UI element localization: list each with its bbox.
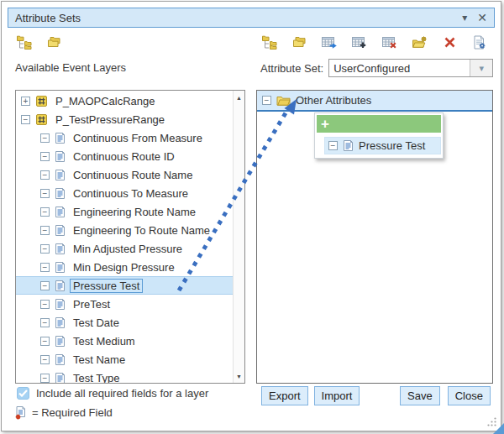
- available-layers-tree-panel[interactable]: +P_MAOPCalcRange−P_TestPressureRange−Con…: [15, 90, 245, 384]
- tree-item[interactable]: −Continuous Route ID: [16, 147, 234, 165]
- collapse-icon[interactable]: −: [40, 337, 50, 346]
- save-close-group: Save Close: [400, 386, 491, 405]
- field-icon: [55, 132, 66, 144]
- export-button[interactable]: Export: [261, 386, 308, 405]
- tree-item[interactable]: −Min Adjusted Pressure: [16, 239, 234, 258]
- include-required-checkbox[interactable]: [17, 387, 29, 400]
- field-icon: [55, 372, 66, 384]
- collapse-icon[interactable]: −: [40, 318, 50, 327]
- toolbar-button-folders[interactable]: [289, 32, 311, 52]
- collapse-icon[interactable]: −: [40, 263, 50, 272]
- field-icon: [55, 298, 66, 311]
- tree-item-label: Min Adjusted Pressure: [71, 243, 185, 255]
- collapse-icon[interactable]: −: [40, 281, 50, 290]
- tree-item[interactable]: −Test Type: [16, 369, 234, 384]
- field-icon: [55, 187, 66, 200]
- collapse-icon[interactable]: −: [40, 226, 50, 235]
- tree-item[interactable]: −Test Name: [16, 350, 234, 369]
- field-icon: [55, 169, 66, 181]
- tree-item[interactable]: −Engineering Route Name: [16, 202, 234, 221]
- available-layers-heading: Available Event Layers: [15, 61, 126, 74]
- toolbar-button-table-add[interactable]: [349, 32, 370, 52]
- field-icon: [55, 353, 66, 366]
- tree-item[interactable]: −Continuous From Measure: [16, 128, 234, 147]
- attribute-set-label: Attribute Set:: [260, 62, 323, 75]
- expand-icon[interactable]: +: [21, 97, 30, 106]
- tree-item-label: Pressure Test: [71, 280, 142, 292]
- tree-item[interactable]: −Pressure Test: [16, 276, 234, 295]
- close-button[interactable]: Close: [448, 386, 491, 405]
- collapse-icon[interactable]: −: [40, 374, 50, 383]
- collapse-icon[interactable]: −: [40, 300, 50, 309]
- toolbar-button-table-export[interactable]: [318, 32, 340, 52]
- field-icon: [55, 150, 66, 163]
- toolbar-button-tree-expand[interactable]: [259, 32, 281, 52]
- tree-item[interactable]: −Continuous To Measure: [16, 184, 234, 202]
- import-button[interactable]: Import: [314, 386, 360, 405]
- collapse-icon[interactable]: −: [40, 207, 50, 217]
- dragged-item-row: − Pressure Test: [324, 137, 441, 154]
- attribute-sets-window: Attribute Sets ▾ ✕ Available Event Layer…: [0, 0, 504, 434]
- page-settings-icon: [473, 35, 486, 50]
- vertical-scrollbar[interactable]: ▲ ▼: [233, 91, 244, 383]
- required-field-text: = Required Field: [32, 406, 113, 419]
- collapse-icon[interactable]: ▾: [462, 13, 467, 23]
- chevron-down-icon[interactable]: ▾: [470, 60, 492, 76]
- table-remove-icon: [381, 36, 398, 49]
- collapse-icon: −: [328, 141, 338, 150]
- save-button[interactable]: Save: [400, 386, 440, 405]
- tree-item-label: Engineering Route Name: [71, 206, 198, 218]
- toolbar-button-delete[interactable]: [438, 32, 460, 52]
- open-folder-icon: [276, 95, 291, 106]
- toolbar-button-folder-new[interactable]: [409, 32, 431, 52]
- tree-item[interactable]: −Test Medium: [16, 332, 234, 350]
- dragged-item-label: Pressure Test: [359, 139, 425, 152]
- folders-icon: [47, 36, 62, 48]
- title-bar[interactable]: Attribute Sets ▾ ✕: [8, 8, 495, 28]
- collapse-icon[interactable]: −: [40, 355, 50, 364]
- window-resize-corner[interactable]: [493, 423, 504, 434]
- tree-item[interactable]: −Min Design Pressure: [16, 258, 234, 276]
- scroll-down-icon[interactable]: ▼: [234, 370, 244, 382]
- collapse-icon[interactable]: −: [40, 170, 50, 180]
- tree-item-label: Continuous Route Name: [71, 169, 195, 181]
- attribute-set-combobox[interactable]: UserConfigured ▾: [328, 59, 493, 77]
- tree-item[interactable]: −Continuous Route Name: [16, 165, 234, 184]
- tree-item[interactable]: −Test Date: [16, 313, 234, 332]
- collapse-icon[interactable]: −: [40, 244, 50, 254]
- tree-item-label: PreTest: [71, 298, 113, 311]
- toolbar-button-table-remove[interactable]: [379, 32, 401, 52]
- toolbar-button-page-settings[interactable]: [469, 32, 491, 52]
- collapse-icon[interactable]: −: [40, 152, 50, 161]
- tree-item-label: Test Name: [71, 353, 128, 366]
- field-icon: [55, 335, 66, 348]
- toolbar-right: [259, 32, 491, 52]
- collapse-icon[interactable]: −: [40, 133, 50, 143]
- event-layer-icon: [35, 95, 48, 107]
- collapse-icon[interactable]: −: [40, 189, 50, 198]
- close-icon[interactable]: ✕: [477, 12, 487, 24]
- tree-item[interactable]: −P_TestPressureRange: [16, 110, 234, 128]
- other-attributes-row[interactable]: − Other Attributes: [257, 91, 492, 112]
- collapse-icon[interactable]: −: [262, 96, 271, 105]
- field-icon: [55, 261, 66, 274]
- check-icon: [18, 390, 28, 397]
- field-icon: [55, 243, 66, 255]
- tree-item[interactable]: −PreTest: [16, 295, 234, 313]
- tree-item[interactable]: −Engineering To Route Name: [16, 221, 234, 239]
- tree-item[interactable]: +P_MAOPCalcRange: [16, 92, 234, 110]
- folders-icon: [292, 36, 307, 48]
- include-required-row: Include all required fields for a layer: [17, 387, 208, 400]
- attribute-set-panel[interactable]: − Other Attributes + − Pressure Test: [256, 90, 493, 384]
- toolbar-button-tree-expand[interactable]: [13, 32, 35, 52]
- scroll-up-icon[interactable]: ▲: [234, 92, 244, 103]
- toolbar-button-folders[interactable]: [44, 32, 66, 52]
- include-required-label: Include all required fields for a layer: [36, 387, 208, 400]
- tree-expand-icon: [16, 34, 34, 50]
- tree-item-label: P_MAOPCalcRange: [53, 95, 158, 107]
- plus-icon: +: [321, 117, 329, 131]
- collapse-icon[interactable]: −: [21, 115, 30, 124]
- tree-item-label: Min Design Pressure: [71, 261, 177, 274]
- field-icon: [55, 316, 66, 329]
- field-icon: [55, 206, 66, 218]
